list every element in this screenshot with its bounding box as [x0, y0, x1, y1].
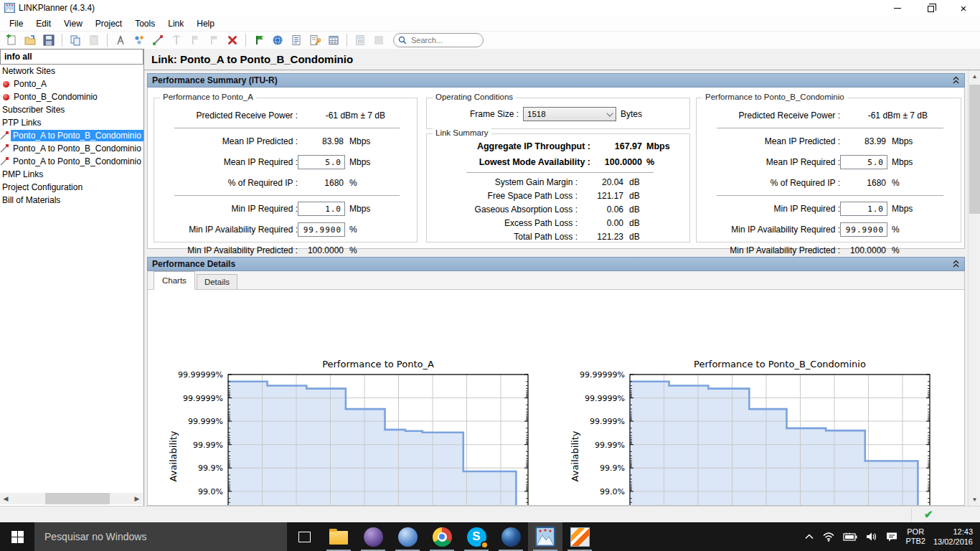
- taskbar-app-skype[interactable]: S: [459, 522, 494, 551]
- collapse-icon[interactable]: [952, 76, 960, 85]
- delete-icon[interactable]: [224, 32, 241, 48]
- skype-icon: S: [467, 527, 486, 547]
- performance-summary-header[interactable]: Performance Summary (ITU-R): [147, 73, 965, 88]
- taskbar-app-linkplanner[interactable]: [528, 522, 562, 551]
- tab-charts[interactable]: Charts: [154, 271, 195, 290]
- tree-horizontal-scrollbar[interactable]: ◀ ▶: [0, 493, 143, 504]
- scroll-right-arrow-icon[interactable]: ▶: [131, 493, 143, 504]
- min-ip-availability-required-input[interactable]: [840, 222, 887, 237]
- svg-text:99.999%: 99.999%: [590, 417, 625, 426]
- frame-size-select[interactable]: 1518: [523, 107, 616, 121]
- taskbar-app-bittorrent[interactable]: [356, 522, 390, 551]
- paste-icon[interactable]: [85, 32, 103, 48]
- flag-a-icon[interactable]: [187, 32, 204, 48]
- taskbar-search[interactable]: Pesquisar no Windows: [34, 522, 287, 551]
- tree-header[interactable]: info all: [0, 49, 143, 65]
- goto-flag-icon[interactable]: [250, 32, 268, 48]
- mean-ip-required-input[interactable]: [840, 155, 887, 169]
- new-subscriber-sites-icon[interactable]: [131, 32, 148, 48]
- minimize-button[interactable]: [881, 0, 914, 16]
- toolbar-separator: [107, 34, 108, 47]
- report-icon[interactable]: [288, 32, 305, 48]
- menu-edit[interactable]: Edit: [29, 17, 57, 31]
- taskbar-app-orange-swirl[interactable]: [562, 522, 597, 551]
- sidebar-item-bill-of-materials[interactable]: Bill of Materials: [0, 194, 143, 207]
- restore-button[interactable]: [914, 0, 947, 16]
- collapse-icon[interactable]: [952, 260, 960, 268]
- total-path-loss-value: 121.23: [578, 232, 625, 242]
- availability-chart-ponto-b-condominio: 99.99999%99.9999%99.999%99.99%99.9%99.0%…: [567, 357, 934, 506]
- scroll-up-arrow-icon[interactable]: ▲: [969, 70, 980, 83]
- mean-ip-predicted-value: 83.99: [840, 136, 887, 146]
- menu-project[interactable]: Project: [89, 17, 128, 31]
- clock[interactable]: 12:4313/02/2016: [933, 527, 973, 547]
- predicted-receive-power-value: -61 dBm ± 7 dB: [840, 110, 928, 121]
- open-project-icon[interactable]: [22, 32, 39, 48]
- snapshot-icon[interactable]: [370, 32, 387, 48]
- flag-b-icon[interactable]: [205, 32, 222, 48]
- menu-view[interactable]: View: [57, 17, 89, 31]
- battery-icon[interactable]: [843, 532, 857, 541]
- close-button[interactable]: ×: [947, 0, 980, 16]
- wifi-icon[interactable]: [822, 532, 835, 542]
- bill-of-materials-icon[interactable]: [306, 32, 324, 48]
- tab-details[interactable]: Details: [197, 274, 237, 289]
- menu-tools[interactable]: Tools: [128, 17, 161, 31]
- table-icon[interactable]: [325, 32, 342, 48]
- mean-ip-required-input[interactable]: [298, 155, 345, 169]
- taskbar-app-google-earth[interactable]: [494, 522, 528, 551]
- sidebar-item-subscriber-sites[interactable]: Subscriber Sites: [0, 103, 143, 116]
- svg-text:99.99%: 99.99%: [595, 441, 625, 450]
- scroll-down-arrow-icon[interactable]: ▼: [969, 494, 980, 506]
- sidebar-item-ptp-link-3[interactable]: Ponto_A to Ponto_B_Condominio: [0, 155, 143, 168]
- menu-file[interactable]: File: [3, 17, 29, 31]
- menu-help[interactable]: Help: [190, 17, 221, 31]
- speaker-icon[interactable]: [865, 532, 878, 542]
- sidebar-item-ptp-links[interactable]: PTP Links: [0, 116, 143, 129]
- performance-to-ponto-b-panel: Performance to Ponto_B_Condominio Predic…: [696, 98, 961, 242]
- calculator-icon[interactable]: [352, 32, 369, 48]
- scrollbar-thumb[interactable]: [969, 85, 980, 214]
- separator: [717, 128, 943, 128]
- sidebar-item-ponto-b-condominio[interactable]: Ponto_B_Condominio: [0, 90, 143, 103]
- task-view-button[interactable]: [287, 522, 321, 551]
- performance-details-header[interactable]: Performance Details: [147, 257, 965, 271]
- scroll-left-arrow-icon[interactable]: ◀: [0, 493, 11, 504]
- new-pmp-link-icon[interactable]: [168, 32, 185, 48]
- sidebar-item-ptp-link-1[interactable]: Ponto_A to Ponto_B_Condominio: [0, 129, 143, 142]
- taskbar-app-utorrent[interactable]: [390, 522, 425, 551]
- link-summary-panel: Link Summary Aggregate IP Throughput :16…: [426, 133, 690, 242]
- copy-icon[interactable]: [67, 32, 84, 48]
- language-indicator[interactable]: PORPTB2: [905, 527, 925, 546]
- new-project-icon[interactable]: [3, 32, 20, 48]
- pct-required-ip-value: 1680: [298, 178, 345, 188]
- start-button[interactable]: [0, 522, 34, 551]
- taskbar-app-chrome[interactable]: [425, 522, 459, 551]
- search-input[interactable]: [410, 35, 474, 45]
- system-tray: PORPTB2 12:4313/02/2016: [804, 527, 980, 547]
- new-network-site-icon[interactable]: [112, 32, 129, 48]
- window-title: LINKPlanner (4.3.4): [19, 3, 95, 13]
- taskbar-app-file-explorer[interactable]: [321, 522, 356, 551]
- sidebar-item-network-sites[interactable]: Network Sites: [0, 65, 143, 77]
- sidebar-item-pmp-links[interactable]: PMP Links: [0, 168, 143, 181]
- system-gain-margin-value: 20.04: [578, 177, 625, 187]
- google-earth-icon[interactable]: [269, 32, 286, 48]
- sidebar-item-project-configuration[interactable]: Project Configuration: [0, 181, 143, 194]
- tray-chevron-up-icon[interactable]: [804, 533, 814, 540]
- save-icon[interactable]: [40, 32, 57, 48]
- svg-text:99.9999%: 99.9999%: [585, 394, 625, 403]
- min-ip-availability-required-input[interactable]: [298, 222, 345, 237]
- main-vertical-scrollbar[interactable]: ▲ ▼: [968, 70, 980, 506]
- min-ip-required-input[interactable]: [298, 202, 345, 216]
- new-ptp-link-icon[interactable]: [149, 32, 166, 48]
- app-icon: [4, 3, 15, 13]
- titlebar: LINKPlanner (4.3.4) ×: [0, 0, 980, 16]
- svg-text:Performance to Ponto_A: Performance to Ponto_A: [322, 359, 434, 369]
- sidebar-item-ponto-a[interactable]: Ponto_A: [0, 77, 143, 90]
- action-center-icon[interactable]: [886, 532, 897, 542]
- menu-link[interactable]: Link: [161, 17, 190, 31]
- min-ip-required-input[interactable]: [840, 202, 887, 216]
- sidebar-item-ptp-link-2[interactable]: Ponto_A to Ponto_B_Condominio: [0, 142, 143, 155]
- scrollbar-thumb[interactable]: [45, 493, 110, 504]
